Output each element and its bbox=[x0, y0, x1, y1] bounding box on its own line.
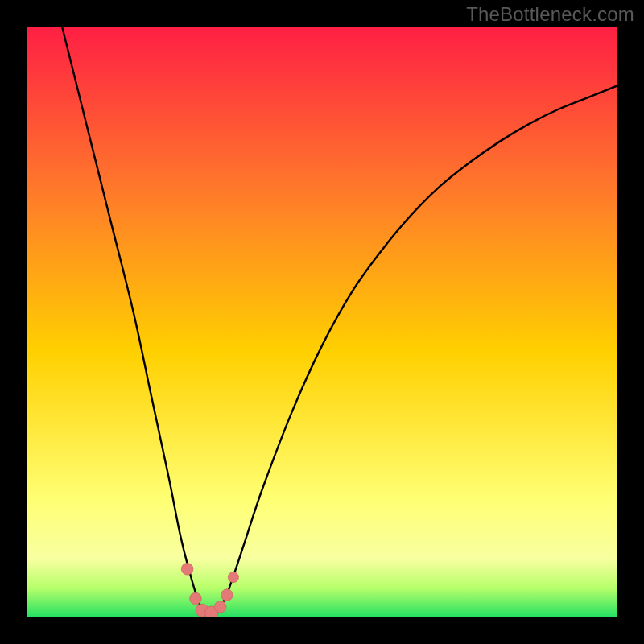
marker-dot bbox=[214, 601, 226, 613]
marker-dot bbox=[228, 572, 238, 582]
gradient-background bbox=[27, 27, 617, 617]
chart-svg bbox=[27, 27, 617, 617]
marker-dot bbox=[221, 589, 233, 601]
chart-frame: TheBottleneck.com bbox=[0, 0, 644, 644]
plot-area bbox=[27, 27, 617, 617]
watermark-text: TheBottleneck.com bbox=[466, 3, 634, 26]
marker-dot bbox=[190, 592, 202, 605]
marker-dot bbox=[181, 563, 193, 575]
